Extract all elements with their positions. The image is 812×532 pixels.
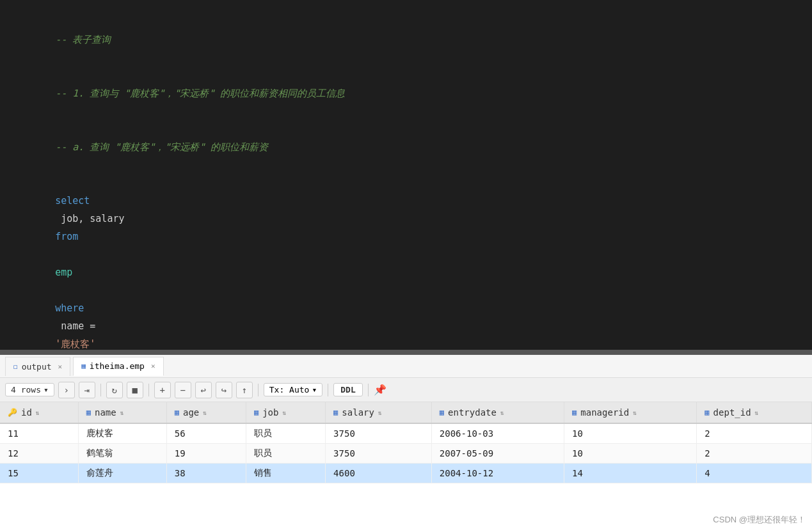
nav-next-btn[interactable]: › <box>58 382 75 398</box>
cell-managerid-0: 10 <box>564 423 697 444</box>
ddl-button[interactable]: DDL <box>333 383 362 396</box>
cell-entrydate-2: 2004-10-12 <box>431 464 564 483</box>
comment-line-3: -- a. 查询 "鹿杖客"，"宋远桥" 的职位和薪资 <box>55 141 268 153</box>
cell-salary-0: 3750 <box>326 423 432 444</box>
col-header-deptid[interactable]: ▦ dept_id ⇅ <box>697 402 812 423</box>
table-emp-1: emp <box>55 267 72 278</box>
col-deptid-icon: ▦ <box>705 408 709 417</box>
watermark: CSDN @理想还很年轻！ <box>713 514 806 526</box>
col-deptid-sort: ⇅ <box>755 409 759 416</box>
cell-age-2: 38 <box>166 464 246 483</box>
tab-output-label: output <box>22 362 52 372</box>
tab-emp-label: itheima.emp <box>90 361 145 371</box>
row-count-chevron: ▾ <box>44 385 49 395</box>
result-toolbar: 4 rows ▾ › ⇥ ↻ ■ + − ↩ ↪ ↑ Tx: Auto ▾ DD… <box>0 378 812 402</box>
comment-line-2: -- 1. 查询与 "鹿杖客"，"宋远桥" 的职位和薪资相同的员工信息 <box>55 88 345 99</box>
separator-4 <box>328 384 328 396</box>
separator-5 <box>368 384 369 396</box>
kw-from-1: from <box>55 231 78 242</box>
code-line-3: -- a. 查询 "鹿杖客"，"宋远桥" 的职位和薪资 <box>32 120 799 174</box>
comment-line-1: -- 表子查询 <box>55 34 111 45</box>
cell-job-0: 职员 <box>246 423 325 444</box>
code-editor: -- 表子查询 -- 1. 查询与 "鹿杖客"，"宋远桥" 的职位和薪资相同的员… <box>0 0 812 355</box>
cell-job-1: 职员 <box>246 444 325 464</box>
table-row[interactable]: 15俞莲舟38销售46002004-10-12144 <box>0 464 812 483</box>
table-body: 11鹿杖客56职员37502006-10-0310212鹤笔翁19职员37502… <box>0 423 812 483</box>
add-btn[interactable]: + <box>154 382 171 398</box>
cell-name-0: 鹿杖客 <box>78 423 166 444</box>
result-table: 🔑 id ⇅ ▦ name ⇅ ▦ <box>0 402 812 483</box>
col-name-icon: ▦ <box>86 408 91 417</box>
str-1: '鹿杖客' <box>55 338 95 350</box>
tab-output[interactable]: ◻ output ✕ <box>5 357 70 376</box>
code-line-2: -- 1. 查询与 "鹿杖客"，"宋远桥" 的职位和薪资相同的员工信息 <box>32 66 799 120</box>
col-managerid-label: managerid <box>580 407 629 418</box>
code-line-1: -- 表子查询 <box>32 13 799 66</box>
row-count-selector[interactable]: 4 rows ▾ <box>5 383 54 396</box>
col-managerid-icon: ▦ <box>572 408 577 417</box>
cell-managerid-2: 14 <box>564 464 697 483</box>
stop-btn[interactable]: ■ <box>127 382 143 398</box>
col-header-salary[interactable]: ▦ salary ⇅ <box>326 402 432 423</box>
refresh-btn[interactable]: ↻ <box>106 382 123 398</box>
col-deptid-label: dept_id <box>713 407 751 418</box>
plain-1: job, salary <box>55 213 130 224</box>
table-header-row: 🔑 id ⇅ ▦ name ⇅ ▦ <box>0 402 812 423</box>
separator-2 <box>148 384 149 396</box>
cell-name-2: 俞莲舟 <box>78 464 166 483</box>
code-line-4: select job, salary from emp where name =… <box>32 174 799 355</box>
col-header-managerid[interactable]: ▦ managerid ⇅ <box>564 402 697 423</box>
col-age-icon: ▦ <box>175 408 179 417</box>
col-age-label: age <box>183 407 199 418</box>
col-name-sort: ⇅ <box>120 409 124 416</box>
undo-btn[interactable]: ↩ <box>195 382 212 398</box>
col-header-id[interactable]: 🔑 id ⇅ <box>0 402 78 423</box>
col-managerid-sort: ⇅ <box>633 409 637 416</box>
col-age-sort: ⇅ <box>203 409 207 416</box>
tx-label: Tx: Auto <box>269 385 310 395</box>
nav-last-btn[interactable]: ⇥ <box>79 382 95 398</box>
bottom-panel: ◻ output ✕ ▦ itheima.emp ✕ 4 rows ▾ › ⇥ … <box>0 355 812 532</box>
cell-age-0: 56 <box>166 423 246 444</box>
result-table-container: 🔑 id ⇅ ▦ name ⇅ ▦ <box>0 402 812 532</box>
cell-entrydate-1: 2007-05-09 <box>431 444 564 464</box>
col-job-label: job <box>262 407 278 418</box>
remove-btn[interactable]: − <box>175 382 191 398</box>
col-id-sort: ⇅ <box>36 409 40 416</box>
col-salary-label: salary <box>342 407 374 418</box>
table-row[interactable]: 12鹤笔翁19职员37502007-05-09102 <box>0 444 812 464</box>
table-row[interactable]: 11鹿杖客56职员37502006-10-03102 <box>0 423 812 444</box>
col-name-label: name <box>95 407 116 418</box>
tab-emp-close[interactable]: ✕ <box>151 362 155 370</box>
col-entrydate-sort: ⇅ <box>500 409 504 416</box>
col-header-age[interactable]: ▦ age ⇅ <box>166 402 246 423</box>
col-header-entrydate[interactable]: ▦ entrydate ⇅ <box>431 402 564 423</box>
plain-3 <box>55 285 61 296</box>
col-salary-sort: ⇅ <box>378 409 382 416</box>
col-entrydate-icon: ▦ <box>440 408 444 417</box>
col-header-name[interactable]: ▦ name ⇅ <box>78 402 166 423</box>
cell-age-1: 19 <box>166 444 246 464</box>
col-job-icon: ▦ <box>254 408 259 417</box>
kw-select-1: select <box>55 195 90 207</box>
tx-selector[interactable]: Tx: Auto ▾ <box>264 383 322 396</box>
col-header-job[interactable]: ▦ job ⇅ <box>246 402 325 423</box>
redo-btn[interactable]: ↪ <box>216 382 232 398</box>
cell-dept_id-2: 4 <box>697 464 812 483</box>
tab-bar: ◻ output ✕ ▦ itheima.emp ✕ <box>0 355 812 378</box>
separator-3 <box>258 384 259 396</box>
tab-output-close[interactable]: ✕ <box>58 363 63 371</box>
cell-name-1: 鹤笔翁 <box>78 444 166 464</box>
col-entrydate-label: entrydate <box>448 407 497 418</box>
upload-btn[interactable]: ↑ <box>236 382 253 398</box>
cell-salary-1: 3750 <box>326 444 432 464</box>
row-count-label: 4 rows <box>11 385 41 395</box>
col-id-label: id <box>21 407 32 418</box>
pin-button[interactable]: 📌 <box>374 384 386 396</box>
cell-dept_id-1: 2 <box>697 444 812 464</box>
cell-id-1: 12 <box>0 444 78 464</box>
cell-managerid-1: 10 <box>564 444 697 464</box>
tab-itheima-emp[interactable]: ▦ itheima.emp ✕ <box>73 357 163 376</box>
cell-id-0: 11 <box>0 423 78 444</box>
cell-entrydate-0: 2006-10-03 <box>431 423 564 444</box>
